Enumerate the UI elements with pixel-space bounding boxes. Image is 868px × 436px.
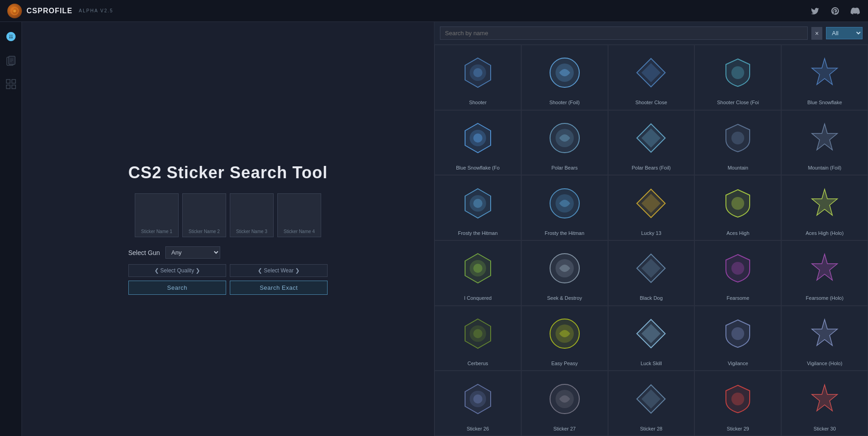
sticker-image: [720, 375, 756, 422]
sticker-slot-3[interactable]: Sticker Name 3: [230, 193, 274, 237]
sticker-image: [806, 179, 843, 227]
sticker-name: Polar Bears (Foil): [632, 165, 671, 171]
sticker-name: Sticker 30: [814, 425, 836, 432]
sticker-image: [720, 114, 756, 162]
sticker-item[interactable]: Blue Snowflake (Fo: [434, 110, 521, 175]
sticker-slot-2[interactable]: Sticker Name 2: [182, 193, 226, 237]
select-quality-btn[interactable]: ❮ Select Quality ❯: [128, 264, 226, 277]
sticker-item[interactable]: Polar Bears (Foil): [608, 110, 695, 175]
sticker-name: Shooter Close: [635, 99, 667, 106]
search-clear-btn[interactable]: ×: [811, 27, 822, 40]
sticker-slot-4[interactable]: Sticker Name 4: [277, 193, 321, 237]
svg-marker-27: [812, 124, 837, 150]
sticker-name: Vigilance (Holo): [807, 360, 842, 367]
sticker-item[interactable]: Shooter Close (Foi: [694, 45, 781, 110]
main-content: CS2 Sticker Search Tool Sticker Name 1 S…: [22, 22, 434, 436]
sticker-item[interactable]: Polar Bears: [521, 110, 608, 175]
svg-point-17: [731, 66, 744, 79]
filter-dropdown[interactable]: All Normal Foil Holo: [826, 27, 863, 39]
sticker-image: [806, 114, 843, 162]
top-nav: CSPROFILE ALPHA V2.5: [0, 0, 868, 22]
svg-point-12: [473, 68, 482, 77]
sticker-name: Aces High (Holo): [806, 230, 844, 236]
sticker-item[interactable]: Sticker 28: [608, 371, 695, 436]
sticker-item[interactable]: Lucky 13: [608, 175, 695, 240]
sticker-name: Sticker 26: [466, 425, 489, 432]
sticker-item[interactable]: Cerberus: [434, 306, 521, 371]
sticker-item[interactable]: Blue Snowflake: [781, 45, 868, 110]
sticker-item[interactable]: Sticker 27: [521, 371, 608, 436]
sticker-item[interactable]: Frosty the Hitman: [521, 175, 608, 240]
sticker-image: [546, 179, 583, 227]
discord-icon[interactable]: [850, 5, 861, 16]
sticker-item[interactable]: Fearsome: [694, 240, 781, 306]
svg-marker-45: [812, 254, 837, 280]
sticker-image: [720, 49, 756, 96]
right-panel: × All Normal Foil Holo Shooter Shooter (…: [434, 22, 868, 436]
sticker-image: [633, 245, 669, 292]
sticker-name: Lucky 13: [641, 230, 661, 236]
svg-point-53: [731, 327, 744, 340]
svg-rect-8: [6, 85, 10, 89]
svg-marker-36: [812, 189, 837, 215]
search-by-name-input[interactable]: [440, 27, 808, 40]
sidebar-item-grid[interactable]: [4, 77, 18, 91]
sticker-name: Shooter (Foil): [549, 99, 580, 106]
filter-row: ❮ Select Quality ❯ ❮ Select Wear ❯: [128, 264, 328, 277]
sticker-name: Sticker 29: [727, 425, 749, 432]
sticker-name: Blue Snowflake (Fo: [456, 165, 499, 171]
sticker-item[interactable]: Vigilance (Holo): [781, 306, 868, 371]
sticker-image: [460, 245, 496, 292]
sticker-name: Easy Peasy: [551, 360, 578, 367]
sticker-name: Blue Snowflake: [807, 99, 842, 106]
sticker-item[interactable]: Black Dog: [608, 240, 695, 306]
steam-icon[interactable]: [830, 5, 841, 16]
sticker-image: [633, 310, 669, 357]
sticker-item[interactable]: I Conquered: [434, 240, 521, 306]
select-gun-dropdown[interactable]: Any AK-47 M4A4 AWP USP-S Glock-18: [165, 246, 220, 259]
sticker-item[interactable]: Mountain (Foil): [781, 110, 868, 175]
sticker-item[interactable]: Luck Skill: [608, 306, 695, 371]
sticker-image: [546, 245, 583, 292]
svg-point-2: [13, 10, 16, 12]
sticker-name: Luck Skill: [640, 360, 662, 367]
sticker-item[interactable]: Sticker 26: [434, 371, 521, 436]
twitter-icon[interactable]: [810, 5, 820, 16]
sticker-item[interactable]: Shooter: [434, 45, 521, 110]
tool-title: CS2 Sticker Search Tool: [128, 163, 328, 182]
sticker-item[interactable]: Shooter (Foil): [521, 45, 608, 110]
sticker-slot-1-label: Sticker Name 1: [141, 229, 172, 234]
sticker-image: [460, 114, 496, 162]
sticker-image: [460, 49, 496, 96]
sticker-image: [460, 310, 496, 357]
sticker-item[interactable]: Mountain: [694, 110, 781, 175]
select-gun-label: Select Gun: [128, 249, 160, 256]
sticker-item[interactable]: Aces High: [694, 175, 781, 240]
svg-point-26: [731, 132, 744, 144]
sticker-item[interactable]: Easy Peasy: [521, 306, 608, 371]
sticker-name: Polar Bears: [551, 165, 577, 171]
sidebar-item-cards[interactable]: [4, 53, 18, 68]
svg-rect-6: [6, 80, 10, 83]
sticker-item[interactable]: Sticker 29: [694, 371, 781, 436]
sticker-item[interactable]: Frosty the Hitman: [434, 175, 521, 240]
sticker-item[interactable]: Sticker 30: [781, 371, 868, 436]
sticker-item[interactable]: Seek & Destroy: [521, 240, 608, 306]
svg-marker-63: [812, 385, 837, 411]
sticker-slot-1[interactable]: Sticker Name 1: [135, 193, 179, 237]
search-btn[interactable]: Search: [128, 281, 226, 295]
sticker-name: Shooter: [469, 99, 487, 106]
sticker-item[interactable]: Aces High (Holo): [781, 175, 868, 240]
sticker-image: [633, 179, 669, 227]
sticker-name: Black Dog: [640, 295, 662, 301]
nav-icons: [810, 5, 861, 16]
sticker-item[interactable]: Shooter Close: [608, 45, 695, 110]
app-version: ALPHA V2.5: [79, 8, 114, 13]
svg-point-30: [473, 199, 482, 208]
sticker-item[interactable]: Vigilance: [694, 306, 781, 371]
sticker-name: Mountain (Foil): [808, 165, 841, 171]
search-exact-btn[interactable]: Search Exact: [230, 281, 328, 295]
sticker-item[interactable]: Fearsome (Holo): [781, 240, 868, 306]
select-wear-btn[interactable]: ❮ Select Wear ❯: [230, 264, 328, 277]
sidebar-item-sticker[interactable]: [4, 29, 18, 44]
